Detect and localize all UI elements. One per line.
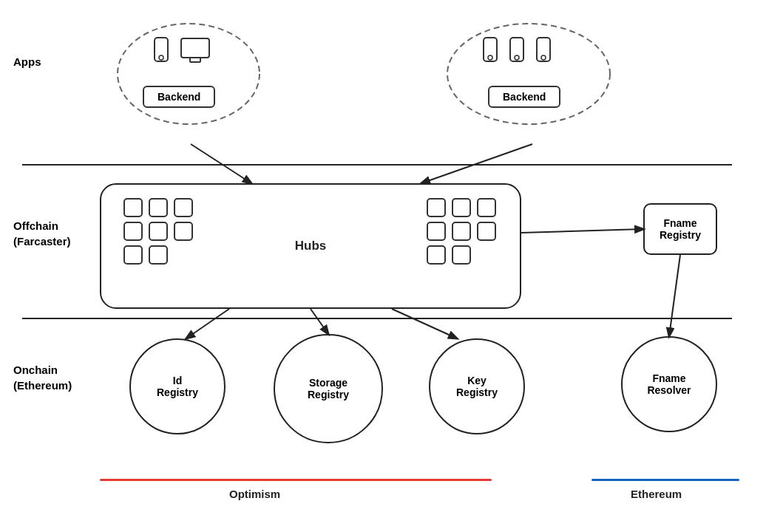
svg-point-9 <box>515 55 519 60</box>
svg-point-11 <box>541 55 546 60</box>
key-registry-circle: Key Registry <box>429 338 525 434</box>
ethereum-label: Ethereum <box>631 488 682 500</box>
hub-sq <box>477 222 496 241</box>
phone-icon-right-3 <box>535 37 552 65</box>
diagram: Apps Offchain(Farcaster) Onchain(Ethereu… <box>0 0 783 532</box>
divider-top <box>22 164 732 166</box>
ethereum-underline <box>592 479 739 481</box>
svg-line-16 <box>392 309 457 338</box>
id-registry-circle: Id Registry <box>129 338 226 434</box>
hub-sq <box>174 198 193 217</box>
hub-sq <box>452 198 471 217</box>
svg-rect-6 <box>484 38 497 61</box>
hub-sq <box>123 245 143 265</box>
phone-icon-left <box>153 37 169 65</box>
right-app-cluster: Backend <box>444 21 614 150</box>
left-backend-box: Backend <box>143 86 215 108</box>
svg-rect-1 <box>155 38 168 61</box>
apps-label: Apps <box>13 55 41 68</box>
svg-line-15 <box>311 309 328 334</box>
phone-icon-right-2 <box>509 37 525 65</box>
svg-point-2 <box>159 55 163 60</box>
svg-point-7 <box>488 55 492 60</box>
phone-icon-right-1 <box>482 37 498 65</box>
storage-registry-circle: Storage Registry <box>274 334 383 443</box>
svg-rect-3 <box>181 38 209 58</box>
hub-sq <box>123 222 143 241</box>
hub-sq <box>427 222 446 241</box>
hub-sq <box>452 245 471 265</box>
hub-sq <box>427 245 446 265</box>
hub-sq <box>149 245 168 265</box>
optimism-underline <box>100 479 492 481</box>
hub-sq <box>149 222 168 241</box>
svg-rect-4 <box>190 58 200 62</box>
fname-resolver-circle: Fname Resolver <box>621 336 717 432</box>
fname-registry-box: Fname Registry <box>643 203 717 255</box>
hubs-label: Hubs <box>295 239 327 253</box>
hub-sq <box>123 198 143 217</box>
hub-sq <box>477 198 496 217</box>
onchain-label: Onchain(Ethereum) <box>13 362 72 393</box>
right-backend-box: Backend <box>488 86 560 108</box>
optimism-label: Optimism <box>229 488 280 500</box>
left-app-cluster: Backend <box>115 21 262 150</box>
divider-bottom <box>22 318 732 319</box>
hub-sq <box>452 222 471 241</box>
hub-sq <box>149 198 168 217</box>
offchain-label: Offchain(Farcaster) <box>13 218 71 249</box>
hubs-box: Hubs <box>100 183 521 309</box>
hub-sq <box>427 198 446 217</box>
svg-line-18 <box>669 255 680 336</box>
hub-sq <box>174 222 193 241</box>
svg-rect-8 <box>510 38 523 61</box>
desktop-icon-left <box>180 37 211 65</box>
svg-rect-10 <box>537 38 550 61</box>
svg-line-14 <box>186 309 229 338</box>
svg-line-17 <box>521 229 643 233</box>
